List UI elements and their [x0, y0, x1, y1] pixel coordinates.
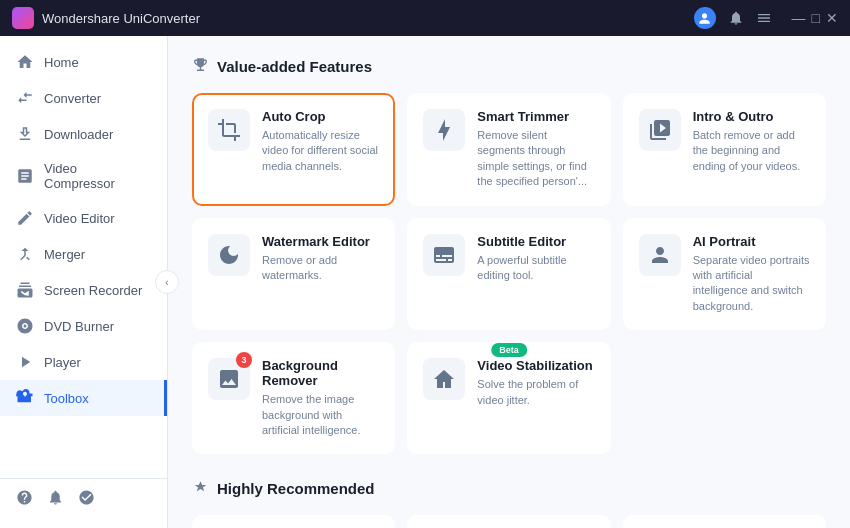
stabilization-desc: Solve the problem of video jitter.	[477, 377, 594, 408]
sidebar-item-screen-recorder[interactable]: Screen Recorder	[0, 272, 167, 308]
bell-icon[interactable]	[47, 489, 64, 510]
auto-crop-info: Auto Crop Automatically resize video for…	[262, 109, 379, 174]
sidebar-home-label: Home	[44, 55, 79, 70]
recommended-title: Highly Recommended	[217, 480, 375, 497]
ai-portrait-title: AI Portrait	[693, 234, 810, 249]
close-button[interactable]: ✕	[826, 10, 838, 26]
feature-card-subtitle[interactable]: Subtitle Editor A powerful subtitle edit…	[407, 218, 610, 331]
sidebar-merger-label: Merger	[44, 247, 85, 262]
sidebar: Home Converter Downloader Video Compress…	[0, 36, 168, 528]
record-icon	[16, 281, 34, 299]
bg-remover-info: Background Remover Remove the image back…	[262, 358, 379, 438]
auto-crop-icon	[208, 109, 250, 151]
sidebar-item-player[interactable]: Player	[0, 344, 167, 380]
watermark-title: Watermark Editor	[262, 234, 379, 249]
help-icon[interactable]	[16, 489, 33, 510]
home-icon	[16, 53, 34, 71]
smart-trimmer-info: Smart Trimmer Remove silent segments thr…	[477, 109, 594, 190]
bg-remover-badge: 3	[236, 352, 252, 368]
feature-card-intro-outro[interactable]: Intro & Outro Batch remove or add the be…	[623, 93, 826, 206]
dvd-icon	[16, 317, 34, 335]
stabilization-info: Video Stabilization Solve the problem of…	[477, 358, 594, 408]
sidebar-compressor-label: Video Compressor	[44, 161, 151, 191]
smart-trimmer-icon	[423, 109, 465, 151]
feedback-icon[interactable]	[78, 489, 95, 510]
intro-outro-desc: Batch remove or add the beginning and en…	[693, 128, 810, 174]
intro-outro-info: Intro & Outro Batch remove or add the be…	[693, 109, 810, 174]
ai-portrait-desc: Separate video portraits with artificial…	[693, 253, 810, 315]
value-added-title: Value-added Features	[217, 58, 372, 75]
auto-crop-title: Auto Crop	[262, 109, 379, 124]
subtitle-info: Subtitle Editor A powerful subtitle edit…	[477, 234, 594, 284]
sidebar-dvd-label: DVD Burner	[44, 319, 114, 334]
feature-card-stabilization[interactable]: Beta Video Stabilization Solve the probl…	[407, 342, 610, 454]
sidebar-player-label: Player	[44, 355, 81, 370]
sidebar-recorder-label: Screen Recorder	[44, 283, 142, 298]
sidebar-editor-label: Video Editor	[44, 211, 115, 226]
feature-card-image-converter[interactable]: Image Converter Convert images to other …	[192, 515, 395, 528]
edit-icon	[16, 209, 34, 227]
sidebar-item-home[interactable]: Home	[0, 44, 167, 80]
sidebar-converter-label: Converter	[44, 91, 101, 106]
user-icon[interactable]	[694, 7, 716, 29]
app-title: Wondershare UniConverter	[42, 11, 200, 26]
menu-icon[interactable]	[756, 10, 772, 26]
sidebar-toolbox-label: Toolbox	[44, 391, 89, 406]
bg-remover-title: Background Remover	[262, 358, 379, 388]
svg-point-0	[17, 12, 29, 24]
sidebar-collapse-btn[interactable]: ‹	[155, 270, 179, 294]
value-added-grid: Auto Crop Automatically resize video for…	[192, 93, 826, 454]
stabilization-icon	[423, 358, 465, 400]
smart-trimmer-desc: Remove silent segments through simple se…	[477, 128, 594, 190]
ai-portrait-icon	[639, 234, 681, 276]
bg-remover-desc: Remove the image background with artific…	[262, 392, 379, 438]
app-logo	[12, 7, 34, 29]
feature-card-watermark[interactable]: Watermark Editor Remove or add watermark…	[192, 218, 395, 331]
watermark-desc: Remove or add watermarks.	[262, 253, 379, 284]
sidebar-item-video-editor[interactable]: Video Editor	[0, 200, 167, 236]
feature-card-smart-trimmer[interactable]: Smart Trimmer Remove silent segments thr…	[407, 93, 610, 206]
intro-outro-icon	[639, 109, 681, 151]
recommended-header: Highly Recommended	[192, 478, 826, 499]
feature-card-metadata[interactable]: Fix Media Metadata Auto-fix and edit met…	[623, 515, 826, 528]
value-added-header: Value-added Features	[192, 56, 826, 77]
subtitle-desc: A powerful subtitle editing tool.	[477, 253, 594, 284]
downloader-icon	[16, 125, 34, 143]
sidebar-item-toolbox[interactable]: Toolbox	[0, 380, 167, 416]
merger-icon	[16, 245, 34, 263]
play-icon	[16, 353, 34, 371]
sidebar-item-dvd-burner[interactable]: DVD Burner	[0, 308, 167, 344]
sidebar-item-downloader[interactable]: Downloader	[0, 116, 167, 152]
trophy-icon	[192, 56, 209, 77]
title-bar-left: Wondershare UniConverter	[12, 7, 200, 29]
feature-card-gif-maker[interactable]: GIF Maker Make GIF from videos or pictur…	[407, 515, 610, 528]
notification-icon[interactable]	[728, 10, 744, 26]
content-area: Value-added Features Auto Crop Automatic…	[168, 36, 850, 528]
auto-crop-desc: Automatically resize video for different…	[262, 128, 379, 174]
watermark-info: Watermark Editor Remove or add watermark…	[262, 234, 379, 284]
minimize-button[interactable]: —	[792, 10, 806, 26]
intro-outro-title: Intro & Outro	[693, 109, 810, 124]
feature-card-auto-crop[interactable]: Auto Crop Automatically resize video for…	[192, 93, 395, 206]
recommended-grid: Image Converter Convert images to other …	[192, 515, 826, 528]
app-body: Home Converter Downloader Video Compress…	[0, 36, 850, 528]
beta-badge: Beta	[491, 343, 527, 357]
maximize-button[interactable]: □	[812, 10, 820, 26]
converter-icon	[16, 89, 34, 107]
feature-card-bg-remover[interactable]: 3 Background Remover Remove the image ba…	[192, 342, 395, 454]
subtitle-icon	[423, 234, 465, 276]
feature-card-ai-portrait[interactable]: AI Portrait Separate video portraits wit…	[623, 218, 826, 331]
sidebar-bottom	[0, 478, 167, 520]
sidebar-item-converter[interactable]: Converter	[0, 80, 167, 116]
smart-trimmer-title: Smart Trimmer	[477, 109, 594, 124]
subtitle-title: Subtitle Editor	[477, 234, 594, 249]
toolbox-icon	[16, 389, 34, 407]
sidebar-item-video-compressor[interactable]: Video Compressor	[0, 152, 167, 200]
title-bar-controls: — □ ✕	[694, 7, 838, 29]
sidebar-item-merger[interactable]: Merger	[0, 236, 167, 272]
sidebar-downloader-label: Downloader	[44, 127, 113, 142]
watermark-icon	[208, 234, 250, 276]
window-buttons: — □ ✕	[792, 10, 838, 26]
title-bar: Wondershare UniConverter — □ ✕	[0, 0, 850, 36]
star-icon	[192, 478, 209, 499]
